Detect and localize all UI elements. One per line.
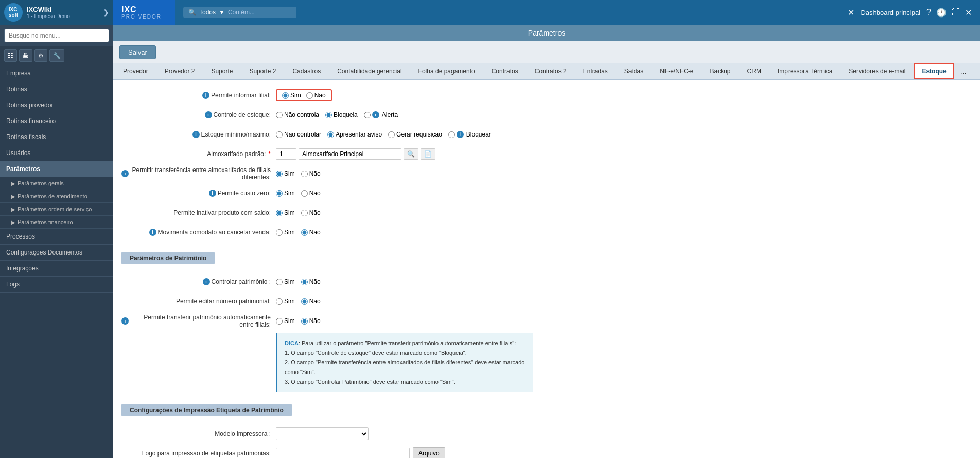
almoxarifado-search-btn[interactable]: 🔍 xyxy=(404,148,418,160)
sidebar-sub-parametros-financeiro[interactable]: ▶Parâmetros financeiro xyxy=(0,216,113,229)
info-icon-transferir[interactable]: i xyxy=(121,317,129,325)
row-controlar-patrimonio: i Controlar patrimônio : Sim Não xyxy=(121,275,972,289)
radio-transferir-sim[interactable]: Sim xyxy=(276,317,295,325)
sidebar-item-rotinas-fiscais[interactable]: Rotinas fiscais xyxy=(0,129,113,145)
print-tool-btn[interactable]: 🖶 xyxy=(19,49,32,62)
almoxarifado-nome-input[interactable] xyxy=(299,148,401,160)
search-input[interactable] xyxy=(228,9,290,16)
tab-saidas[interactable]: Saídas xyxy=(617,63,651,79)
tab-provedor2[interactable]: Provedor 2 xyxy=(157,63,203,79)
global-search[interactable]: 🔍 Todos ▼ xyxy=(183,7,296,18)
info-icon-alerta[interactable]: i xyxy=(372,111,379,118)
radio-bloqueia[interactable]: Bloqueia xyxy=(325,111,358,118)
arquivo-button[interactable]: Arquivo xyxy=(413,447,445,458)
dica-text: : Para utilizar o parâmetro "Permite tra… xyxy=(285,340,524,385)
info-icon-minmax[interactable]: i xyxy=(192,131,200,138)
wrench-tool-btn[interactable]: 🔧 xyxy=(49,49,64,62)
radio-patrimonio-nao[interactable]: Não xyxy=(301,278,321,285)
sidebar-item-logs[interactable]: Logs xyxy=(0,277,113,293)
info-icon-trans[interactable]: i xyxy=(121,170,129,177)
expand-icon[interactable]: ❯ xyxy=(103,8,109,16)
radio-editar-nao[interactable]: Não xyxy=(301,298,321,305)
tab-folha[interactable]: Folha de pagamento xyxy=(411,63,483,79)
radio-inativar-sim[interactable]: Sim xyxy=(276,209,295,216)
info-icon-estoque[interactable]: i xyxy=(205,111,212,118)
radio-filial-sim[interactable]: Sim xyxy=(282,92,301,99)
radio-inativar-nao[interactable]: Não xyxy=(301,209,321,216)
sidebar-item-empresa[interactable]: Empresa xyxy=(0,65,113,81)
tab-nfe[interactable]: NF-e/NFC-e xyxy=(652,63,701,79)
info-icon-comodato[interactable]: i xyxy=(149,229,156,236)
tab-contabilidade[interactable]: Contabilidade gerencial xyxy=(329,63,409,79)
radio-patrimonio-sim[interactable]: Sim xyxy=(276,278,295,285)
radio-bloquear[interactable]: i Bloquear xyxy=(448,131,491,138)
close-window-icon[interactable]: ✕ xyxy=(965,8,972,18)
sidebar-sub-parametros-ordem[interactable]: ▶Parâmetros ordem de serviço xyxy=(0,203,113,216)
info-icon-patrimonio[interactable]: i xyxy=(203,278,210,285)
radio-trans-sim[interactable]: Sim xyxy=(276,170,295,177)
top-icons: ? 🕐 ⛶ ✕ xyxy=(926,8,972,18)
brand-name: IXC xyxy=(121,5,162,14)
sidebar-search-input[interactable] xyxy=(4,29,109,42)
dashboard-link[interactable]: Dashboard principal xyxy=(861,9,920,16)
info-icon-filial[interactable]: i xyxy=(202,92,209,99)
radio-apresentar-aviso[interactable]: Apresentar aviso xyxy=(327,131,382,138)
tab-contratos2[interactable]: Contratos 2 xyxy=(527,63,574,79)
tab-cadastros[interactable]: Cadastros xyxy=(285,63,328,79)
sidebar-item-integracoes[interactable]: Integrações xyxy=(0,261,113,277)
radio-custo-nao[interactable]: Não xyxy=(301,190,321,197)
radio-trans-nao[interactable]: Não xyxy=(301,170,321,177)
sidebar-item-parametros[interactable]: Parâmetros xyxy=(0,161,113,177)
row-transferencia: i Permitir transferência entre almoxarif… xyxy=(121,166,972,181)
almoxarifado-open-btn[interactable]: 📄 xyxy=(421,148,435,160)
grid-tool-btn[interactable]: ☷ xyxy=(4,49,17,62)
modelo-impressora-select[interactable] xyxy=(276,427,369,440)
radio-comodato-sim[interactable]: Sim xyxy=(276,229,295,236)
radio-filial-nao[interactable]: Não xyxy=(306,92,326,99)
label-controlar-patrimonio: i Controlar patrimônio : xyxy=(121,278,276,285)
info-icon-bloquear[interactable]: i xyxy=(457,131,464,138)
sidebar-sub-parametros-gerais[interactable]: ▶Parâmetros gerais xyxy=(0,177,113,190)
tabs-bar: Provedor Provedor 2 Suporte Suporte 2 Ca… xyxy=(113,63,980,80)
radio-editar-sim[interactable]: Sim xyxy=(276,298,295,305)
help-icon[interactable]: ? xyxy=(926,8,931,17)
row-almoxarifado: Almoxarifado padrão: * 🔍 📄 xyxy=(121,147,972,161)
sidebar-item-processos[interactable]: Processos xyxy=(0,229,113,245)
tab-entradas[interactable]: Entradas xyxy=(575,63,616,79)
tab-impressora-termica[interactable]: Impressora Térmica xyxy=(770,63,840,79)
sidebar-sub-parametros-atendimento[interactable]: ▶Parâmetros de atendimento xyxy=(0,190,113,203)
tab-servidores-email[interactable]: Servidores de e-mail xyxy=(841,63,913,79)
save-button[interactable]: Salvar xyxy=(119,45,156,59)
tab-suporte[interactable]: Suporte xyxy=(203,63,240,79)
sidebar-item-rotinas-provedor[interactable]: Rotinas provedor xyxy=(0,97,113,113)
expand-icon[interactable]: ⛶ xyxy=(952,8,960,17)
transferir-radio-group: Sim Não xyxy=(276,317,321,325)
tab-contratos[interactable]: Contratos xyxy=(484,63,526,79)
tab-backup[interactable]: Backup xyxy=(703,63,739,79)
info-icon-custo[interactable]: i xyxy=(209,190,216,197)
clock-icon[interactable]: 🕐 xyxy=(936,8,947,18)
close-icon[interactable]: ✕ xyxy=(848,8,854,18)
tab-estoque[interactable]: Estoque xyxy=(914,63,954,79)
radio-alerta[interactable]: i Alerta xyxy=(364,111,398,118)
tab-more[interactable]: ... xyxy=(955,63,972,79)
tab-provedor[interactable]: Provedor xyxy=(115,63,156,79)
label-almoxarifado: Almoxarifado padrão: * xyxy=(121,150,276,158)
radio-gerar-requisicao[interactable]: Gerar requisição xyxy=(388,131,442,138)
radio-nao-controla[interactable]: Não controla xyxy=(276,111,319,118)
settings-tool-btn[interactable]: ⚙ xyxy=(34,49,47,62)
sidebar-item-rotinas[interactable]: Rotinas xyxy=(0,81,113,97)
controle-estoque-radio-group: Não controla Bloqueia i Alerta xyxy=(276,111,398,118)
sidebar-item-config-docs[interactable]: Configurações Documentos xyxy=(0,245,113,261)
radio-custo-sim[interactable]: Sim xyxy=(276,190,295,197)
sidebar-item-rotinas-financeiro[interactable]: Rotinas financeiro xyxy=(0,113,113,129)
tab-suporte2[interactable]: Suporte 2 xyxy=(241,63,284,79)
search-dropdown-arrow[interactable]: ▼ xyxy=(219,9,225,16)
logo-file-input[interactable] xyxy=(276,448,410,458)
tab-crm[interactable]: CRM xyxy=(740,63,769,79)
radio-nao-controlar[interactable]: Não controlar xyxy=(276,131,321,138)
sidebar-item-usuarios[interactable]: Usuários xyxy=(0,145,113,161)
radio-transferir-nao[interactable]: Não xyxy=(301,317,321,325)
almoxarifado-num-input[interactable] xyxy=(276,148,296,160)
radio-comodato-nao[interactable]: Não xyxy=(301,229,321,236)
